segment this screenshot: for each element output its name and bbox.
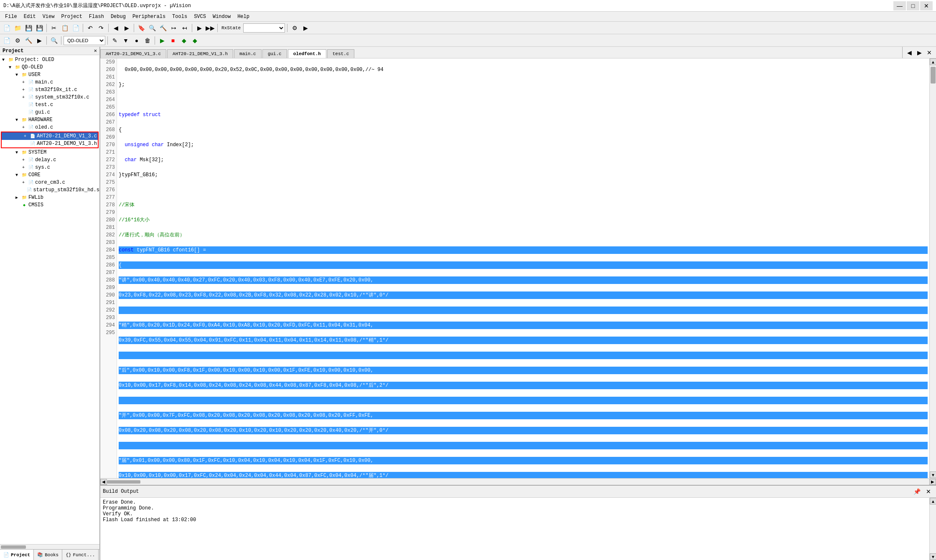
code-vscrollbar[interactable]: ▲ ▼ [929,58,936,478]
menu-peripherals[interactable]: Peripherals [129,13,169,20]
build-vscrollbar[interactable]: ▲ ▼ [929,498,936,560]
replace-button[interactable]: 🔨 [158,23,168,33]
menu-flash[interactable]: Flash [86,13,107,20]
tree-qd-oled[interactable]: ▼ 📁 QD-OLED [0,63,99,71]
tree-fwlib-folder[interactable]: ▶ 📁 FWLib [0,194,99,201]
indent-button[interactable]: ↦ [169,23,179,33]
debug-start[interactable]: ▶ [300,23,310,33]
copy-button[interactable]: 📋 [60,23,70,33]
tree-cmsis[interactable]: ◆ CMSIS [0,201,99,209]
tb2-green2[interactable]: ◆ [190,35,200,46]
tree-hardware-folder[interactable]: ▼ 📁 HARDWARE [0,116,99,124]
tb2-rebuild[interactable]: ● [132,35,142,46]
tree-system-stm32[interactable]: + 📄 system_stm32f10x.c [0,94,99,101]
save-button[interactable]: 💾 [23,23,33,33]
rx-state-dropdown[interactable] [243,23,285,33]
tb2-clean[interactable]: 🗑 [142,35,153,46]
tab-nav-left[interactable]: ◀ [904,48,914,58]
tree-core-folder[interactable]: ▼ 📁 CORE [0,171,99,179]
tab-project[interactable]: 📄 Project [0,550,34,560]
project-hscroll[interactable] [0,544,99,549]
menu-project[interactable]: Project [58,13,85,20]
tab-nav-right[interactable]: ▶ [914,48,924,58]
menu-svcs[interactable]: SVCS [191,13,209,20]
tree-test-c[interactable]: 📄 test.c [0,101,99,109]
editor-tab-guic[interactable]: gui.c [262,49,287,58]
tb2-btn4[interactable]: ▶ [34,35,44,46]
project-close-icon[interactable]: ✕ [94,48,97,54]
tree-delay-c[interactable]: + 📄 delay.c [0,156,99,164]
hscroll-right-button[interactable]: ▶ [929,479,936,485]
menu-view[interactable]: View [39,13,58,20]
tab-functions[interactable]: {} Funct... [62,550,99,560]
tree-startup[interactable]: 📄 startup_stm32f10x_hd.s [0,186,99,194]
vscroll-up-button[interactable]: ▲ [930,58,936,65]
build-button[interactable]: ▶ [194,23,204,33]
tree-oled-c[interactable]: + 📄 oled.c [0,124,99,131]
editor-tab-mainc[interactable]: main.c [234,49,262,58]
tb2-btn3[interactable]: 🔨 [23,35,33,46]
paste-button[interactable]: 📄 [71,23,81,33]
tree-stm32-it[interactable]: + 📄 stm32f10x_it.c [0,86,99,94]
code-hscrollbar[interactable]: ◀ ▶ [100,478,936,485]
tb2-btn2[interactable]: ⚙ [13,35,23,46]
redo-button[interactable]: ↷ [96,23,106,33]
menu-debug[interactable]: Debug [107,13,129,20]
tree-project-root[interactable]: ▼ 📁 Project: OLED [0,56,99,63]
tree-aht20-h[interactable]: 📄 AHT20-21_DEMO_V1_3.h [2,140,98,147]
build-close-button[interactable]: ✕ [923,487,933,497]
minimize-button[interactable]: — [893,1,906,10]
tab-close[interactable]: ✕ [924,48,934,58]
navigate-fwd[interactable]: ▶ [122,23,132,33]
target-dropdown[interactable]: QD-OLED [64,36,105,45]
build-vscroll-down[interactable]: ▼ [930,553,936,560]
hscroll-left-button[interactable]: ◀ [100,479,107,485]
bookmark-button[interactable]: 🔖 [136,23,146,33]
tree-gui-c[interactable]: 📄 gui.c [0,109,99,116]
menu-file[interactable]: File [2,13,20,20]
tab-label: oledfont.h [293,51,321,56]
tree-system-folder[interactable]: ▼ 📁 SYSTEM [0,149,99,156]
editor-tab-aht20h[interactable]: AHT20-21_DEMO_V1_3.h [167,49,233,58]
vscroll-down-button[interactable]: ▼ [930,471,936,478]
target-options[interactable]: ⚙ [290,23,300,33]
menu-edit[interactable]: Edit [20,13,39,20]
tb2-green1[interactable]: ◆ [179,35,189,46]
new-button[interactable]: 📄 [2,23,12,33]
separator4 [134,24,134,32]
find-button[interactable]: 🔍 [147,23,157,33]
editor-tab-aht20c[interactable]: AHT20-21_DEMO_V1_3.c [100,49,166,58]
build-vscroll-up[interactable]: ▲ [930,498,936,504]
unindent-button[interactable]: ↤ [180,23,190,33]
menu-tools[interactable]: Tools [169,13,191,20]
code-line-278 [119,352,928,359]
maximize-button[interactable]: □ [907,1,919,10]
tb2-compile[interactable]: ✎ [110,35,120,46]
build-pin-button[interactable]: 📌 [912,487,922,497]
tb2-stop[interactable]: ■ [168,35,178,46]
file-icon: 📄 [28,124,34,131]
editor-tab-oledfont[interactable]: oledfont.h [288,49,326,58]
navigate-back[interactable]: ◀ [111,23,121,33]
menu-help[interactable]: Help [234,13,253,20]
code-content[interactable]: 0x00,0x00,0x00,0x00,0x00,0x00,0x20,0x52,… [117,58,929,478]
build-all-button[interactable]: ▶▶ [205,23,215,33]
tree-sys-c[interactable]: + 📄 sys.c [0,164,99,171]
tb2-btn5[interactable]: 🔍 [49,35,59,46]
tb2-btn1[interactable]: 📄 [2,35,12,46]
save-all-button[interactable]: 💾 [34,23,44,33]
tb2-flash[interactable]: ▶ [157,35,167,46]
tb2-build[interactable]: ▼ [121,35,131,46]
tree-main-c[interactable]: + 📄 main.c [0,79,99,86]
close-button[interactable]: ✕ [920,1,933,10]
tree-user-folder[interactable]: ▼ 📁 USER [0,71,99,79]
tab-books[interactable]: 📚 Books [34,550,62,560]
cut-button[interactable]: ✂ [49,23,59,33]
line-numbers: 259260261262263 264265266267268 26927027… [100,58,117,478]
editor-tab-testc[interactable]: test.c [327,49,355,58]
open-button[interactable]: 📁 [13,23,23,33]
undo-button[interactable]: ↶ [85,23,95,33]
tree-core-cm3[interactable]: + 📄 core_cm3.c [0,179,99,186]
tree-aht20-c[interactable]: + 📄 AHT20-21_DEMO_V1_3.c [2,132,98,140]
menu-window[interactable]: Window [209,13,234,20]
